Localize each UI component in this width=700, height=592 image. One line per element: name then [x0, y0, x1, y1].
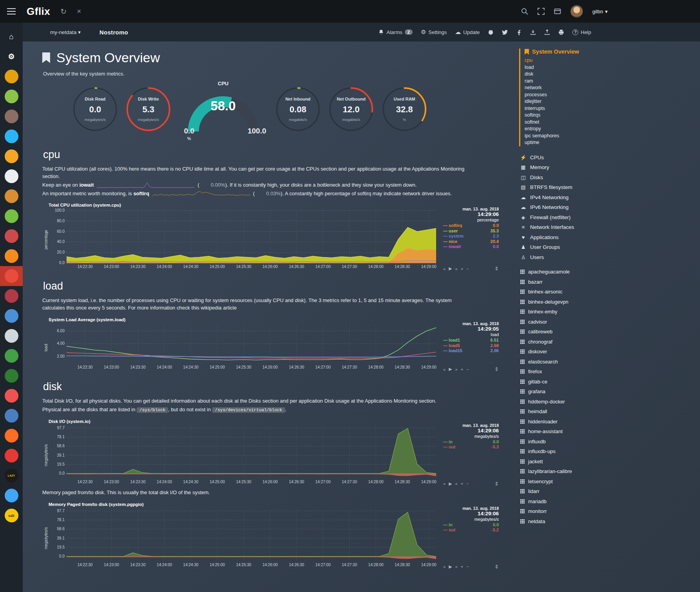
help-button[interactable]: ? Help [572, 29, 591, 35]
toc-app-item[interactable]: diskover [519, 347, 615, 357]
toc-subitem[interactable]: ipc semaphores [525, 133, 615, 140]
pan-right-button[interactable]: » [455, 266, 458, 271]
print-button[interactable] [558, 29, 564, 35]
gauge-disk-write[interactable]: Disk Write 5.3 megabytes/s [125, 86, 171, 138]
search-icon[interactable] [521, 8, 528, 15]
export-button[interactable] [544, 29, 550, 35]
cpu-chart-canvas[interactable]: 100.080.060.040.020.00.014:22:3014:23:00… [49, 208, 440, 272]
toc-section[interactable]: ⚡ CPUs [520, 153, 615, 163]
toc-app-item[interactable]: apacheguacamole [519, 267, 615, 277]
toc-app-item[interactable]: elasticsearch [519, 357, 615, 367]
zoom-out-button[interactable]: − [466, 266, 469, 271]
play-button[interactable]: ▶ [449, 266, 452, 271]
sidebar-app-item[interactable]: sab [0, 506, 23, 525]
toc-section[interactable]: ♥ Applications [520, 232, 615, 243]
toc-app-item[interactable]: heimdall [519, 407, 615, 417]
gauge-net-inbound[interactable]: Net Inbound 0.08 megabits/s [275, 86, 321, 138]
sidebar-app-item[interactable] [0, 486, 23, 506]
toc-app-item[interactable]: binhex-delugevpn [519, 297, 615, 307]
zoom-out-button[interactable]: − [466, 564, 469, 569]
update-button[interactable]: ☁ Update [455, 29, 480, 36]
zoom-in-button[interactable]: + [461, 564, 463, 569]
sidebar-app-item[interactable] [0, 386, 23, 406]
alarms-button[interactable]: Alarms 2 [378, 29, 413, 35]
sidebar-app-item[interactable] [0, 326, 23, 346]
legend-row[interactable]: softirq 0.0 [443, 223, 499, 229]
sidebar-app-item[interactable] [0, 306, 23, 326]
play-button[interactable]: ▶ [449, 481, 452, 486]
toc-subitem[interactable]: cpu [525, 57, 615, 64]
legend-row[interactable]: nice 20.4 [443, 239, 499, 245]
toc-subitem[interactable]: softnet [525, 119, 615, 126]
toc-subitem[interactable]: ram [525, 78, 615, 85]
user-menu[interactable]: gilbn ▾ [592, 9, 608, 14]
toc-section[interactable]: ≡ Network Interfaces [520, 222, 615, 232]
toc-subitem[interactable]: processes [525, 92, 615, 99]
toc-app-item[interactable]: chronograf [519, 337, 615, 347]
zoom-in-button[interactable]: + [461, 367, 463, 372]
toc-app-item[interactable]: bazarr [519, 277, 615, 287]
twitter-button[interactable] [502, 29, 508, 35]
toc-subitem[interactable]: network [525, 85, 615, 92]
resize-handle[interactable]: ⇕ [494, 481, 499, 487]
toc-app-item[interactable]: binhex-emby [519, 307, 615, 317]
user-avatar[interactable] [570, 5, 583, 18]
toc-section[interactable]: ▦ Memory [520, 162, 615, 173]
legend-row[interactable]: in 0.0 [443, 522, 499, 528]
toc-section[interactable]: ☁ IPv4 Networking [520, 193, 615, 203]
legend-row[interactable]: out -5.2 [443, 527, 499, 533]
toc-section[interactable]: ◈ Firewall (netfilter) [520, 212, 615, 223]
toc-app-item[interactable]: monitorr [519, 506, 615, 516]
toc-app-item[interactable]: firefox [519, 367, 615, 377]
softirq-sparkline[interactable] [152, 191, 250, 197]
zoom-out-button[interactable]: − [466, 367, 469, 372]
pan-left-button[interactable]: « [443, 564, 446, 569]
legend-row[interactable]: user 35.3 [443, 229, 499, 234]
sidebar-app-item[interactable] [0, 426, 23, 446]
disk-chart-canvas[interactable]: 97.778.158.639.119.50.014:22:3014:23:001… [49, 425, 440, 487]
toc-app-item[interactable]: influxdb-ups [519, 446, 615, 457]
toc-app-item[interactable]: netdata [519, 516, 615, 527]
resize-handle[interactable]: ⇕ [494, 266, 499, 272]
sidebar-app-item[interactable] [0, 67, 23, 86]
pan-left-button[interactable]: « [443, 266, 446, 271]
memory-paged-chart-canvas[interactable]: 97.778.158.639.119.50.014:22:3014:23:001… [49, 507, 440, 570]
toc-app-item[interactable]: mariadb [519, 497, 615, 507]
github-button[interactable] [488, 29, 494, 35]
gauge-used-ram[interactable]: Used RAM 32.8 % [381, 86, 428, 138]
toc-section[interactable]: ☁ IPv6 Networking [520, 202, 615, 212]
refresh-icon[interactable]: ↻ [60, 7, 67, 16]
toc-subitem[interactable]: entropy [525, 126, 615, 133]
legend-row[interactable]: load1 6.51 [443, 338, 499, 343]
sidebar-app-item[interactable] [0, 206, 23, 226]
toc-app-item[interactable]: gitlab-ce [519, 377, 615, 387]
close-icon[interactable]: × [77, 7, 81, 16]
sidebar-app-item[interactable] [0, 146, 23, 166]
fullscreen-icon[interactable] [538, 8, 545, 15]
toc-subitem[interactable]: uptime [525, 139, 615, 146]
legend-row[interactable]: in 0.0 [443, 439, 499, 445]
sidebar-app-item[interactable]: ⚙ [0, 47, 23, 67]
toc-section[interactable]: ◫ Disks [520, 173, 615, 183]
sidebar-app-item[interactable] [0, 246, 23, 266]
play-button[interactable]: ▶ [449, 564, 452, 569]
sidebar-app-item[interactable] [0, 226, 23, 246]
zoom-in-button[interactable]: + [461, 266, 463, 271]
host-dropdown[interactable]: my-netdata ▾ [50, 29, 81, 35]
hamburger-menu-icon[interactable] [7, 8, 16, 9]
gauge-disk-read[interactable]: Disk Read 0.0 megabytes/s [72, 86, 118, 138]
toc-section[interactable]: ♙ Users [520, 252, 615, 263]
pan-right-button[interactable]: » [455, 367, 458, 372]
sidebar-app-item[interactable] [0, 446, 23, 466]
zoom-in-button[interactable]: + [461, 481, 463, 486]
pan-right-button[interactable]: » [455, 564, 458, 569]
toc-subitem[interactable]: idlejitter [525, 98, 615, 105]
settings-button[interactable]: ⚙ Settings [421, 29, 447, 36]
sidebar-app-item[interactable] [0, 286, 23, 306]
sidebar-app-item[interactable]: LAZY [0, 466, 23, 486]
toc-app-item[interactable]: hddtemp-docker [519, 397, 615, 407]
load-chart-canvas[interactable]: 6.004.002.0014:22:3014:23:0014:23:3014:2… [49, 323, 440, 372]
pan-right-button[interactable]: » [455, 481, 458, 486]
resize-handle[interactable]: ⇕ [494, 564, 499, 570]
tabs-icon[interactable] [554, 8, 561, 15]
